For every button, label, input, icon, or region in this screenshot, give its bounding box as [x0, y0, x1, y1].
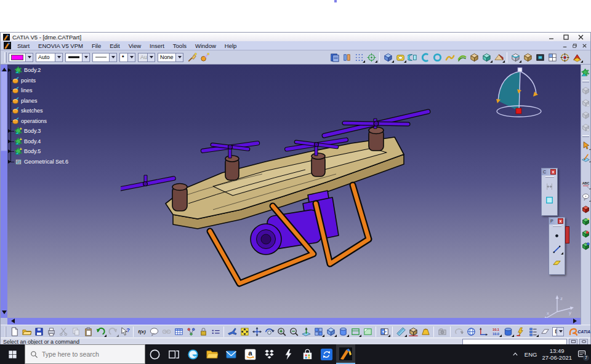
search-input[interactable] — [42, 350, 134, 358]
body-insert-2-icon[interactable] — [581, 229, 591, 239]
scroll-left-icon[interactable] — [9, 318, 15, 323]
taskbar-amazon[interactable]: a — [241, 344, 260, 364]
tree-item-sketches[interactable]: sketches — [12, 106, 43, 115]
taskbar-cortana[interactable] — [145, 344, 164, 364]
vertical-scrollbar[interactable] — [1, 65, 7, 318]
stiffener-icon[interactable] — [468, 52, 480, 63]
clock[interactable]: 13:49 27-06-2021 — [542, 347, 572, 361]
compass-top-handle[interactable] — [518, 68, 522, 72]
floating-toolbar-sketch-tools[interactable]: Cx — [541, 168, 558, 216]
measure-between-icon[interactable] — [395, 326, 406, 337]
wizard-icon[interactable] — [199, 52, 210, 63]
workbench-part-design-icon[interactable] — [581, 68, 591, 77]
language-indicator[interactable]: ENG — [525, 351, 537, 358]
drone-model[interactable] — [121, 93, 432, 290]
draft-angle-icon[interactable] — [534, 52, 545, 63]
close-icon[interactable]: x — [558, 218, 563, 224]
ref-plane-icon[interactable] — [539, 326, 550, 337]
taskbar-app-lightning[interactable] — [279, 344, 298, 364]
normal-view-icon[interactable] — [300, 326, 312, 337]
tree-item-points[interactable]: points — [12, 76, 36, 85]
catalog-browser-icon[interactable] — [329, 52, 340, 63]
close-button[interactable] — [577, 34, 584, 40]
floating-toolbar-reference-elements[interactable]: Px — [549, 217, 565, 275]
tree-item-body-3[interactable]: +Body.3 — [8, 127, 41, 135]
tree-item-planes[interactable]: planes — [12, 97, 38, 105]
new-icon[interactable] — [9, 326, 20, 337]
paste-icon[interactable] — [82, 326, 94, 337]
minimize-button[interactable] — [547, 34, 555, 40]
fly-mode-icon[interactable] — [227, 326, 238, 337]
save-icon[interactable] — [33, 326, 44, 337]
power-input-field[interactable] — [462, 339, 567, 345]
view-mode-b-icon[interactable] — [362, 326, 373, 337]
body-insert-1-icon[interactable]: + — [581, 216, 591, 226]
layer-combo[interactable]: None — [158, 53, 183, 62]
notification-center[interactable]: 7 — [577, 349, 587, 360]
shaded-view-icon[interactable] — [337, 326, 348, 337]
pocket-icon[interactable] — [395, 52, 406, 63]
taskbar-ms-store[interactable] — [298, 344, 317, 364]
hole-icon[interactable] — [432, 52, 443, 63]
sketcher-icon[interactable] — [581, 152, 591, 162]
taskbar-mail[interactable] — [222, 344, 241, 364]
design-table-icon[interactable] — [173, 326, 184, 337]
taskbar-edge[interactable] — [183, 344, 203, 364]
doc-window-button[interactable] — [579, 339, 588, 345]
fit-all-in-icon[interactable] — [239, 326, 250, 337]
start-button[interactable] — [0, 344, 25, 364]
pan-icon[interactable] — [251, 326, 262, 337]
vertical-scroll-thumb[interactable] — [1, 71, 7, 151]
fill-color-combo[interactable] — [9, 53, 33, 62]
expand-arrow-icon[interactable] — [8, 68, 13, 72]
text-with-leader-icon[interactable]: ABC — [581, 180, 591, 189]
world-icon[interactable] — [465, 326, 476, 337]
menu-start[interactable]: Start — [13, 41, 34, 50]
whats-this-icon[interactable]: ? — [119, 326, 131, 337]
work-grid-icon[interactable] — [353, 52, 364, 63]
multi-section-solid-icon[interactable] — [481, 52, 492, 63]
chevron-up-icon[interactable] — [511, 350, 520, 358]
tree-item-geometrical-set-6[interactable]: Geometrical Set.6 — [8, 157, 68, 166]
toolbar-grip[interactable] — [4, 52, 7, 63]
line-type-combo[interactable] — [92, 53, 117, 62]
mdi-restore-button[interactable] — [571, 43, 577, 48]
taskbar-sync-app[interactable] — [317, 344, 336, 364]
tree-item-lines[interactable]: lines — [12, 86, 33, 95]
floating-toolbar-titlebar[interactable]: Cx — [542, 168, 557, 175]
tree-item-body-2[interactable]: Body.2 — [8, 66, 41, 74]
zoom-out-icon[interactable] — [288, 326, 299, 337]
painter-icon[interactable] — [187, 52, 198, 63]
menu-edit[interactable]: Edit — [105, 41, 124, 50]
compass[interactable] — [490, 65, 547, 122]
taskbar-search[interactable] — [25, 344, 145, 364]
plane-icon[interactable] — [552, 257, 563, 268]
horizontal-scrollbar[interactable] — [7, 318, 581, 325]
scroll-up-icon[interactable] — [2, 65, 7, 71]
mdi-minimize-button[interactable] — [561, 43, 568, 48]
multi-view-icon[interactable] — [313, 326, 324, 337]
snap-to-point-icon[interactable] — [366, 52, 377, 63]
line-weight-combo[interactable] — [65, 53, 90, 62]
isolate-icon[interactable] — [581, 204, 591, 214]
iso-view-icon[interactable] — [325, 326, 336, 337]
removed-multi-section-icon[interactable] — [493, 52, 504, 63]
expand-arrow-icon[interactable] — [8, 149, 13, 153]
taskbar-dropbox[interactable] — [260, 344, 279, 364]
expand-arrow-icon[interactable] — [8, 129, 13, 133]
chamfer-icon[interactable] — [522, 52, 533, 63]
mdi-close-button[interactable] — [581, 43, 587, 48]
compass-base-handle[interactable] — [516, 108, 521, 114]
opacity-combo[interactable]: Auto — [36, 53, 63, 62]
toolbar-grip[interactable] — [5, 326, 6, 337]
knowledge-advisor-icon[interactable] — [515, 326, 526, 337]
scroll-right-icon[interactable] — [573, 318, 579, 323]
workbench-icon[interactable] — [4, 42, 11, 49]
close-icon[interactable]: x — [550, 169, 556, 175]
taskbar-catia-app[interactable] — [336, 344, 355, 364]
print-icon[interactable] — [46, 326, 57, 337]
tree-item-operations[interactable]: operations — [12, 117, 47, 125]
undo-icon[interactable] — [95, 326, 106, 337]
menu-insert[interactable]: Insert — [145, 41, 169, 50]
shell-icon[interactable] — [547, 52, 558, 63]
